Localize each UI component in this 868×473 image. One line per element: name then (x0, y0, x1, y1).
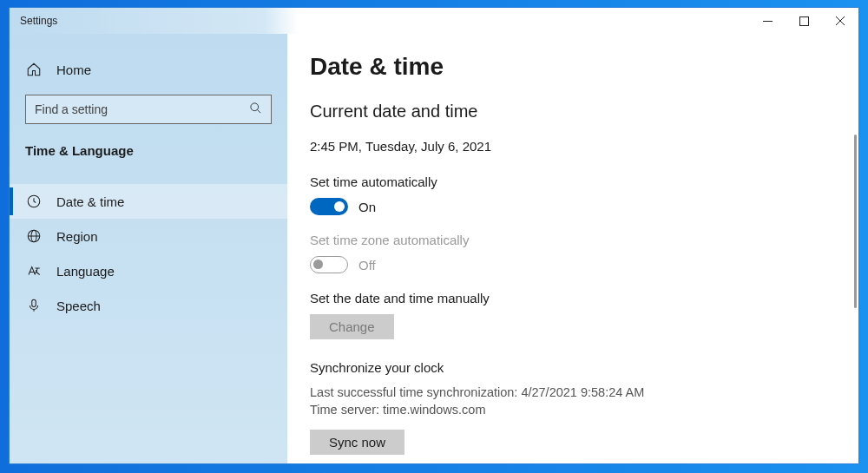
globe-icon (25, 228, 43, 244)
search-input[interactable] (35, 102, 242, 116)
current-date-time-value: 2:45 PM, Tuesday, July 6, 2021 (310, 139, 827, 154)
minimize-button[interactable] (749, 8, 786, 34)
last-sync-text: Last successful time synchronization: 4/… (310, 384, 827, 401)
time-server-text: Time server: time.windows.com (310, 401, 827, 418)
maximize-button[interactable] (786, 8, 822, 34)
language-icon (25, 263, 43, 279)
sidebar-item-label: Date & time (56, 194, 124, 209)
sync-clock-title: Synchronize your clock (310, 360, 827, 375)
maximize-icon (799, 16, 809, 26)
home-label: Home (56, 62, 91, 77)
sidebar: Home Time & Language Date & time (10, 34, 287, 463)
close-button[interactable] (822, 8, 858, 34)
sync-now-button[interactable]: Sync now (310, 430, 404, 455)
microphone-icon (25, 298, 43, 313)
window-title: Settings (20, 15, 57, 27)
svg-point-4 (251, 102, 259, 110)
main-content: Date & time Current date and time 2:45 P… (287, 34, 858, 463)
window-controls (749, 8, 858, 34)
minimize-icon (763, 16, 773, 26)
svg-line-5 (257, 109, 260, 113)
sidebar-item-date-time[interactable]: Date & time (10, 184, 287, 219)
set-time-auto-toggle[interactable] (310, 198, 348, 215)
set-timezone-auto-toggle[interactable] (310, 256, 348, 273)
search-box[interactable] (25, 95, 272, 124)
settings-window: Settings Home (9, 7, 859, 464)
sidebar-category: Time & Language (10, 143, 287, 170)
sidebar-item-region[interactable]: Region (10, 219, 287, 253)
svg-rect-1 (799, 16, 808, 25)
set-time-auto-label: Set time automatically (310, 174, 827, 189)
svg-rect-10 (32, 299, 36, 306)
scrollbar-thumb[interactable] (854, 135, 857, 308)
titlebar: Settings (10, 8, 858, 34)
sidebar-item-speech[interactable]: Speech (10, 288, 287, 323)
set-manual-label: Set the date and time manually (310, 291, 827, 305)
close-icon (835, 16, 845, 26)
page-title: Date & time (310, 53, 827, 81)
sidebar-item-label: Language (56, 264, 115, 279)
set-time-auto-state: On (358, 200, 376, 214)
sidebar-item-label: Speech (56, 299, 101, 313)
home-icon (25, 62, 43, 77)
search-icon (249, 102, 262, 118)
sidebar-item-label: Region (56, 229, 98, 244)
set-timezone-auto-label: Set time zone automatically (310, 233, 827, 247)
sidebar-item-language[interactable]: Language (10, 253, 287, 288)
home-link[interactable]: Home (10, 58, 287, 95)
section-current-date-time: Current date and time (310, 102, 827, 122)
set-timezone-auto-state: Off (358, 258, 376, 273)
change-button[interactable]: Change (310, 314, 394, 339)
clock-icon (25, 194, 43, 209)
